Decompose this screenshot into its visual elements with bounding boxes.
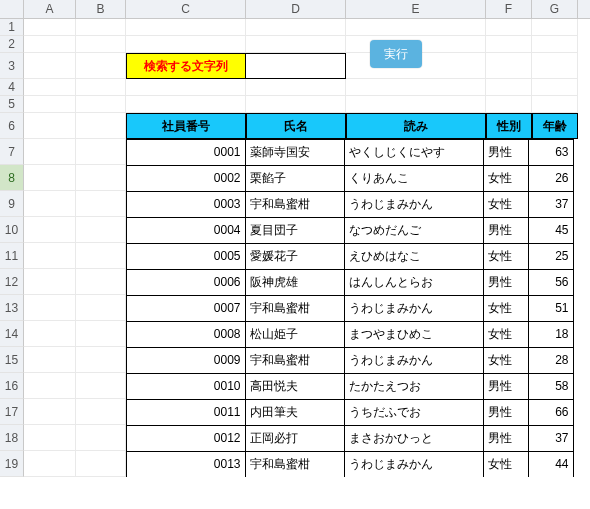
cell-id[interactable]: 0002 [126, 165, 246, 192]
cell-gender[interactable]: 男性 [483, 139, 529, 166]
cell-age[interactable]: 37 [528, 425, 574, 452]
cell[interactable] [24, 191, 76, 217]
cell[interactable] [24, 451, 76, 477]
cell[interactable] [532, 53, 578, 79]
row-header[interactable]: 7 [0, 139, 24, 165]
cell-id[interactable]: 0006 [126, 269, 246, 296]
cell[interactable] [346, 96, 486, 113]
row-header[interactable]: 9 [0, 191, 24, 217]
cell-age[interactable]: 44 [528, 451, 574, 478]
cell-gender[interactable]: 女性 [483, 347, 529, 374]
cell[interactable] [486, 79, 532, 96]
col-header[interactable]: E [346, 0, 486, 18]
cell[interactable] [76, 53, 126, 79]
cell[interactable] [532, 96, 578, 113]
cell-reading[interactable]: はんしんとらお [344, 269, 484, 296]
cell-name[interactable]: 宇和島蜜柑 [245, 347, 345, 374]
cell-gender[interactable]: 男性 [483, 373, 529, 400]
cell[interactable] [24, 295, 76, 321]
cell-id[interactable]: 0013 [126, 451, 246, 478]
cell[interactable] [76, 269, 126, 295]
table-header-gender[interactable]: 性別 [486, 113, 532, 139]
cell-id[interactable]: 0007 [126, 295, 246, 322]
select-all-corner[interactable] [0, 0, 24, 18]
cell-reading[interactable]: うわじまみかん [344, 295, 484, 322]
row-header[interactable]: 6 [0, 113, 24, 139]
col-header[interactable]: B [76, 0, 126, 18]
cell[interactable] [76, 451, 126, 477]
row-header[interactable]: 4 [0, 79, 24, 96]
cell-name[interactable]: 栗餡子 [245, 165, 345, 192]
cell[interactable] [24, 113, 76, 139]
cell[interactable] [24, 373, 76, 399]
cell-id[interactable]: 0009 [126, 347, 246, 374]
cell[interactable] [76, 217, 126, 243]
cell-age[interactable]: 28 [528, 347, 574, 374]
row-header[interactable]: 19 [0, 451, 24, 477]
cell-name[interactable]: 正岡必打 [245, 425, 345, 452]
cell-gender[interactable]: 女性 [483, 191, 529, 218]
cell[interactable] [246, 79, 346, 96]
cell[interactable] [24, 36, 76, 53]
cell[interactable] [76, 79, 126, 96]
execute-button[interactable]: 実行 [370, 40, 422, 68]
cell[interactable] [486, 53, 532, 79]
table-header-age[interactable]: 年齢 [532, 113, 578, 139]
cell-gender[interactable]: 男性 [483, 269, 529, 296]
search-input[interactable] [246, 53, 346, 79]
cell-age[interactable]: 63 [528, 139, 574, 166]
cell-id[interactable]: 0012 [126, 425, 246, 452]
table-header-id[interactable]: 社員番号 [126, 113, 246, 139]
cell[interactable] [24, 96, 76, 113]
cell-name[interactable]: 宇和島蜜柑 [245, 451, 345, 478]
cell[interactable] [246, 19, 346, 36]
cell[interactable] [76, 96, 126, 113]
cell-name[interactable]: 阪神虎雄 [245, 269, 345, 296]
cell-id[interactable]: 0011 [126, 399, 246, 426]
table-header-reading[interactable]: 読み [346, 113, 486, 139]
cell-age[interactable]: 51 [528, 295, 574, 322]
cell[interactable] [76, 243, 126, 269]
cell-id[interactable]: 0003 [126, 191, 246, 218]
row-header[interactable]: 5 [0, 96, 24, 113]
cell-gender[interactable]: 男性 [483, 425, 529, 452]
cell-gender[interactable]: 女性 [483, 295, 529, 322]
cell-reading[interactable]: くりあんこ [344, 165, 484, 192]
cell[interactable] [532, 19, 578, 36]
cell-name[interactable]: 松山姫子 [245, 321, 345, 348]
cell-reading[interactable]: まつやまひめこ [344, 321, 484, 348]
cell-name[interactable]: 夏目団子 [245, 217, 345, 244]
cell[interactable] [24, 269, 76, 295]
row-header[interactable]: 13 [0, 295, 24, 321]
row-header[interactable]: 1 [0, 19, 24, 36]
table-header-name[interactable]: 氏名 [246, 113, 346, 139]
cell[interactable] [76, 191, 126, 217]
cell[interactable] [76, 36, 126, 53]
row-header[interactable]: 10 [0, 217, 24, 243]
cell[interactable] [76, 425, 126, 451]
cell-id[interactable]: 0001 [126, 139, 246, 166]
row-header[interactable]: 17 [0, 399, 24, 425]
cell-age[interactable]: 66 [528, 399, 574, 426]
cell[interactable] [76, 19, 126, 36]
cell-reading[interactable]: やくしじくにやす [344, 139, 484, 166]
cell-reading[interactable]: えひめはなこ [344, 243, 484, 270]
cell[interactable] [76, 139, 126, 165]
cell-gender[interactable]: 男性 [483, 399, 529, 426]
cell-id[interactable]: 0005 [126, 243, 246, 270]
row-header[interactable]: 11 [0, 243, 24, 269]
cell-gender[interactable]: 女性 [483, 165, 529, 192]
cell-id[interactable]: 0008 [126, 321, 246, 348]
cell[interactable] [126, 36, 246, 53]
cell-age[interactable]: 25 [528, 243, 574, 270]
col-header[interactable]: G [532, 0, 578, 18]
row-header[interactable]: 3 [0, 53, 24, 79]
col-header[interactable]: C [126, 0, 246, 18]
cell[interactable] [76, 373, 126, 399]
cell[interactable] [76, 321, 126, 347]
cell[interactable] [24, 165, 76, 191]
cell[interactable] [126, 96, 246, 113]
cell-age[interactable]: 18 [528, 321, 574, 348]
cell-name[interactable]: 薬師寺国安 [245, 139, 345, 166]
cell[interactable] [24, 79, 76, 96]
